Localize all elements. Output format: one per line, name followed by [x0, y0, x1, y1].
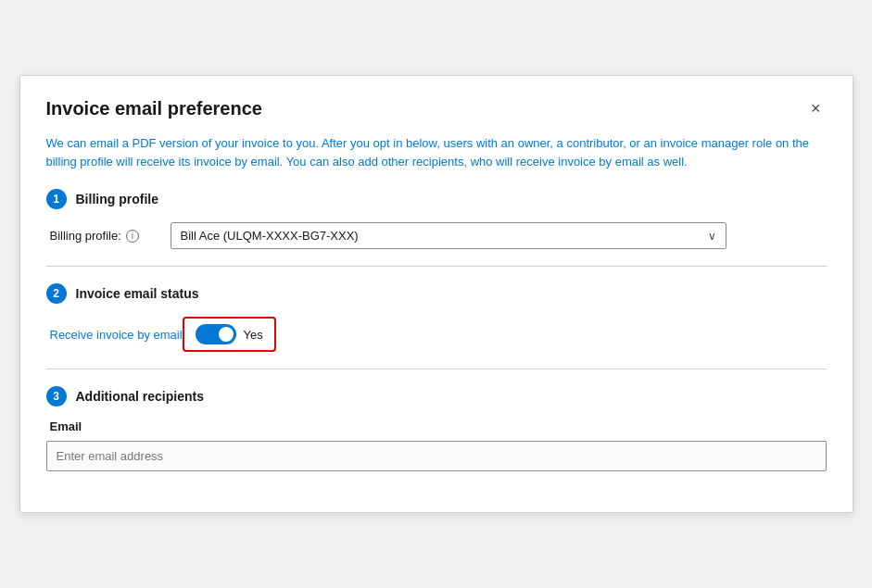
step-badge-3: 3: [46, 386, 67, 407]
toggle-track: [196, 324, 236, 344]
billing-profile-selected: Bill Ace (ULQM-XXXX-BG7-XXX): [181, 229, 359, 243]
dialog: Invoice email preference × We can email …: [19, 75, 853, 513]
billing-profile-label: Billing profile: i: [50, 229, 171, 243]
dialog-header: Invoice email preference ×: [46, 98, 827, 119]
billing-profile-header: 1 Billing profile: [46, 189, 827, 209]
toggle-row: Receive invoice by email Yes: [46, 317, 827, 352]
toggle-switch[interactable]: [196, 324, 236, 344]
divider-1: [46, 266, 827, 267]
invoice-status-section: 2 Invoice email status Receive invoice b…: [46, 283, 827, 352]
email-column-label: Email: [46, 419, 827, 433]
billing-profile-field-row: Billing profile: i Bill Ace (ULQM-XXXX-B…: [46, 222, 827, 249]
billing-profile-dropdown[interactable]: Bill Ace (ULQM-XXXX-BG7-XXX) ∨: [171, 222, 727, 249]
billing-profile-info-icon[interactable]: i: [126, 230, 139, 243]
invoice-status-header: 2 Invoice email status: [46, 283, 827, 304]
step-badge-2: 2: [46, 283, 67, 304]
billing-profile-section: 1 Billing profile Billing profile: i Bil…: [46, 189, 827, 249]
billing-profile-title: Billing profile: [76, 192, 158, 206]
toggle-container: Yes: [183, 317, 276, 352]
toggle-thumb: [219, 327, 234, 342]
toggle-label: Receive invoice by email: [50, 328, 183, 342]
email-input[interactable]: [46, 441, 827, 471]
additional-recipients-header: 3 Additional recipients: [46, 386, 827, 407]
info-text: We can email a PDF version of your invoi…: [46, 134, 827, 170]
additional-recipients-title: Additional recipients: [76, 389, 204, 404]
close-button[interactable]: ×: [805, 98, 827, 119]
chevron-down-icon: ∨: [708, 230, 716, 243]
invoice-status-title: Invoice email status: [76, 286, 199, 301]
dialog-title: Invoice email preference: [46, 98, 262, 119]
additional-recipients-section: 3 Additional recipients Email: [46, 386, 827, 471]
divider-2: [46, 369, 827, 369]
step-badge-1: 1: [46, 189, 67, 209]
toggle-value: Yes: [244, 328, 263, 342]
